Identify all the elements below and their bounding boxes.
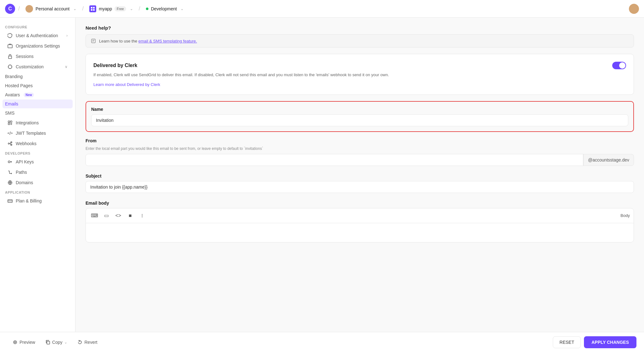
sidebar-item-sessions[interactable]: Sessions [3,51,73,61]
sidebar-item-hosted-pages[interactable]: Hosted Pages [3,81,73,90]
app-badge: Free [114,6,126,11]
env-chevron-icon: ⌄ [180,7,184,11]
subject-input[interactable] [86,181,634,193]
delivered-toggle[interactable] [612,62,626,69]
app-switcher[interactable]: myapp Free ⌄ [87,4,136,14]
reset-button[interactable]: RESET [553,336,581,348]
user-auth-chevron-icon: › [66,33,68,38]
sidebar-label-customization: Customization [16,64,44,69]
delivered-card-title: Delivered by Clerk [93,63,137,68]
copy-button[interactable]: Copy ⌄ [40,337,73,347]
app-icon [89,5,96,12]
from-hint: Enter the local email part you would lik… [86,146,634,151]
preview-label: Preview [19,340,35,345]
svg-rect-0 [91,7,92,9]
preview-icon [13,340,18,345]
account-switcher[interactable]: Personal account ⌄ [23,4,79,14]
help-link[interactable]: email & SMS templating feature. [138,39,197,43]
from-label: From [86,138,634,143]
editor-body[interactable] [86,223,634,242]
avatars-new-badge: New [24,93,34,97]
app-chevron-icon: ⌄ [130,7,133,11]
application-section-label: APPLICATION [0,188,75,196]
sidebar-item-plan-billing[interactable]: Plan & Billing [3,196,73,206]
delivered-by-clerk-card: Delivered by Clerk If enabled, Clerk wil… [86,54,634,95]
sidebar-item-webhooks[interactable]: Webhooks [3,139,73,149]
svg-rect-7 [8,121,10,122]
sidebar-item-api-keys[interactable]: API Keys [3,157,73,167]
svg-rect-16 [92,39,95,43]
toolbar-stop-icon[interactable]: ■ [125,211,135,220]
svg-rect-8 [10,121,12,122]
sidebar-item-emails[interactable]: Emails [3,99,73,108]
sidebar-label-org-settings: Organizations Settings [16,43,60,48]
help-icon [91,38,96,43]
sidebar-item-paths[interactable]: Paths [3,167,73,177]
from-suffix: @accountsstage.dev [583,154,634,166]
revert-label: Revert [84,340,97,345]
need-help-title: Need help? [86,25,634,31]
subject-section: Subject [86,173,634,193]
sidebar-label-branding: Branding [5,74,23,79]
delivered-card-link[interactable]: Learn more about Delivered by Clerk [93,82,160,87]
toolbar-keyboard-icon[interactable]: ⌨ [90,211,99,220]
sidebar-label-sms: SMS [5,111,14,116]
topbar: C / Personal account ⌄ / myapp Free ⌄ / … [0,0,644,18]
logo-letter: C [8,6,12,12]
preview-button[interactable]: Preview [8,337,40,347]
svg-rect-4 [8,45,12,48]
sidebar-label-hosted-pages: Hosted Pages [5,83,33,88]
main-content: Need help? Learn how to use the email & … [75,18,644,332]
copy-label: Copy [52,340,63,345]
card-header: Delivered by Clerk [93,62,626,69]
sidebar-label-plan-billing: Plan & Billing [16,198,42,203]
account-chevron-icon: ⌄ [73,7,76,11]
toolbar-chart-icon[interactable]: ⫶ [137,211,147,220]
svg-rect-3 [93,9,95,11]
toolbar-tablet-icon[interactable]: ▭ [102,211,111,220]
svg-rect-5 [8,56,12,59]
from-input-row: @accountsstage.dev [86,154,634,166]
bottom-actions: RESET APPLY CHANGES [553,336,636,348]
svg-point-17 [14,341,17,344]
sidebar-label-domains: Domains [16,180,33,185]
delivered-card-desc: If enabled, Clerk will use SendGrid to d… [93,72,626,78]
env-switcher[interactable]: Development ⌄ [143,5,186,13]
toolbar-code-icon[interactable]: <> [114,211,123,220]
copy-chevron-icon: ⌄ [64,340,67,344]
sidebar-item-sms[interactable]: SMS [3,109,73,117]
app-label: myapp [99,6,112,11]
bottombar: Preview Copy ⌄ Revert RESET APPLY CHANGE… [0,332,644,352]
email-editor: ⌨ ▭ <> ■ ⫶ Body [86,208,634,242]
from-input[interactable] [86,154,583,166]
developers-section-label: DEVELOPERS [0,149,75,156]
sidebar-label-paths: Paths [16,170,27,175]
email-body-label: Email body [86,201,634,206]
name-input[interactable] [91,114,628,126]
apply-changes-button[interactable]: APPLY CHANGES [584,336,636,348]
sidebar-item-integrations[interactable]: Integrations [3,118,73,128]
app-logo: C [5,4,15,14]
user-avatar[interactable] [629,4,639,14]
sidebar-label-avatars: Avatars [5,92,20,97]
revert-button[interactable]: Revert [72,337,102,347]
sidebar-item-jwt-templates[interactable]: JWT Templates [3,128,73,138]
separator-1: / [18,5,20,12]
sidebar-item-avatars[interactable]: Avatars New [3,90,73,99]
toolbar-body-label: Body [620,213,630,218]
svg-point-13 [8,161,10,163]
sidebar-item-customization[interactable]: Customization ∨ [3,62,73,72]
sidebar-item-org-settings[interactable]: Organizations Settings [3,41,73,51]
sidebar-label-user-auth: User & Authentication [16,33,58,38]
copy-icon [45,340,50,345]
sidebar-label-webhooks: Webhooks [16,141,36,146]
sidebar-item-branding[interactable]: Branding [3,72,73,81]
sidebar-label-api-keys: API Keys [16,159,34,164]
svg-point-18 [14,342,16,343]
email-body-section: Email body ⌨ ▭ <> ■ ⫶ Body [86,201,634,242]
account-avatar [25,5,33,13]
sidebar-item-user-auth[interactable]: User & Authentication › [3,31,73,41]
sidebar-item-domains[interactable]: Domains [3,178,73,188]
svg-point-10 [8,143,9,144]
sidebar-label-emails: Emails [5,101,18,106]
